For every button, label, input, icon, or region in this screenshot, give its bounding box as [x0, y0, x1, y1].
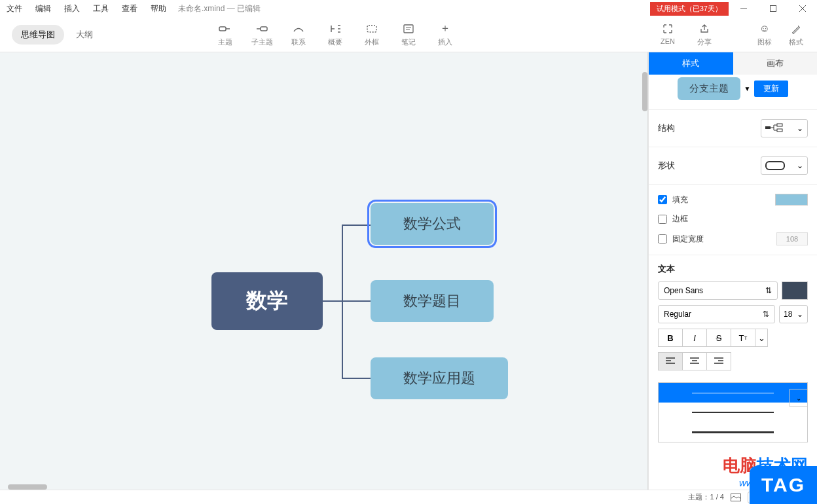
relation-icon [292, 22, 305, 35]
menu-help[interactable]: 帮助 [144, 1, 173, 17]
document-title: 未命名.xmind — 已编辑 [178, 3, 261, 14]
plus-icon: ＋ [440, 22, 450, 35]
share-icon [699, 22, 710, 35]
fill-color-swatch[interactable] [775, 194, 808, 206]
line-style-thick[interactable] [659, 422, 807, 442]
shape-select[interactable]: ⌄ [761, 156, 808, 175]
align-left-button[interactable] [658, 352, 683, 370]
align-right-button[interactable] [706, 352, 731, 370]
vertical-scrollbar[interactable] [642, 72, 647, 111]
svg-rect-2 [219, 27, 226, 31]
menu-edit[interactable]: 编辑 [29, 1, 58, 17]
map-overview-button[interactable] [731, 494, 741, 501]
line-style-dropdown[interactable] [658, 382, 808, 442]
bold-button[interactable]: B [658, 329, 683, 347]
text-case-button[interactable]: TT [731, 329, 755, 347]
summary-icon [329, 22, 342, 35]
border-checkbox[interactable] [658, 215, 667, 224]
tab-style[interactable]: 样式 [649, 52, 733, 75]
svg-rect-6 [765, 126, 771, 129]
fixed-width-checkbox[interactable] [658, 234, 667, 243]
toolbar-right-group: ZEN 分享 [649, 20, 723, 50]
trial-mode-badge[interactable]: 试用模式（已37天） [650, 2, 729, 16]
svg-rect-7 [777, 124, 782, 126]
subtopic-icon [255, 22, 268, 35]
border-label: 边框 [672, 213, 688, 225]
menu-insert[interactable]: 插入 [58, 1, 86, 17]
share-button[interactable]: 分享 [686, 20, 723, 50]
zen-icon [663, 22, 673, 35]
subtopic-button[interactable]: 子主题 [244, 20, 280, 50]
structure-label: 结构 [658, 122, 675, 134]
child-topic-2[interactable]: 数学题目 [371, 280, 494, 322]
side-panel: 样式 画布 分支主题 ▼ 更新 结构 ⌄ 形状 ⌄ 填充 [648, 52, 817, 490]
svg-rect-4 [367, 26, 376, 32]
notes-icon [403, 22, 414, 35]
chevron-down-icon: ⌄ [797, 310, 803, 319]
menu-tools[interactable]: 工具 [86, 1, 115, 17]
view-tabs: 思维导图 大纲 [0, 25, 102, 45]
updown-icon: ⇅ [765, 286, 772, 295]
shape-preview-icon [765, 161, 785, 170]
smiley-icon: ☺ [759, 22, 770, 35]
align-center-button[interactable] [682, 352, 707, 370]
boundary-button[interactable]: 外框 [354, 20, 390, 50]
chevron-down-icon: ⌄ [797, 161, 803, 170]
statusbar: 主题：1 / 4 − + 150% ⌄ [0, 490, 817, 504]
central-topic[interactable]: 数学 [211, 272, 323, 330]
menu-file[interactable]: 文件 [0, 1, 29, 17]
topic-preview-row: 分支主题 ▼ 更新 [649, 75, 817, 109]
zoom-level[interactable]: 150% ⌄ [784, 494, 810, 501]
font-size-select[interactable]: 18⌄ [779, 305, 808, 323]
chevron-down-icon: ⌄ [805, 494, 810, 501]
italic-button[interactable]: I [682, 329, 707, 347]
relation-button[interactable]: 联系 [280, 20, 317, 50]
line-style-thin[interactable] [659, 383, 807, 403]
tab-canvas[interactable]: 画布 [733, 52, 818, 75]
text-section-label: 文本 [649, 255, 817, 279]
update-style-button[interactable]: 更新 [754, 81, 788, 97]
line-style-medium[interactable] [659, 403, 807, 422]
zen-button[interactable]: ZEN [649, 20, 686, 50]
fill-label: 填充 [672, 194, 688, 206]
main-area: 数学 数学公式 数学题目 数学应用题 样式 画布 分支主题 ▼ 更新 结构 ⌄ … [0, 52, 817, 490]
svg-rect-5 [404, 25, 413, 33]
format-icon [791, 22, 801, 35]
structure-icon [765, 123, 784, 134]
minimize-button[interactable] [729, 0, 758, 17]
font-family-select[interactable]: Open Sans⇅ [658, 281, 778, 300]
text-style-group: B I S TT ⌄ [649, 326, 817, 350]
width-input[interactable] [776, 232, 808, 245]
line-more-caret[interactable]: ⌄ [790, 389, 808, 407]
toolbar: 思维导图 大纲 主题 子主题 联系 概要 外框 笔记 ＋ 插入 [0, 17, 817, 52]
topic-button[interactable]: 主题 [207, 20, 244, 50]
chevron-down-icon: ⌄ [797, 124, 803, 133]
strikethrough-button[interactable]: S [706, 329, 731, 347]
child-topic-3[interactable]: 数学应用题 [371, 357, 508, 399]
maximize-button[interactable] [758, 0, 788, 17]
preview-dropdown-caret[interactable]: ▼ [744, 85, 751, 92]
menubar: 文件 编辑 插入 工具 查看 帮助 未命名.xmind — 已编辑 试用模式（已… [0, 0, 817, 17]
zoom-out-button[interactable]: − [748, 492, 759, 503]
canvas[interactable]: 数学 数学公式 数学题目 数学应用题 [0, 52, 648, 490]
menu-view[interactable]: 查看 [115, 1, 144, 17]
font-weight-select[interactable]: Regular⇅ [658, 305, 775, 323]
svg-rect-8 [777, 129, 782, 132]
fill-checkbox[interactable] [658, 195, 667, 204]
horizontal-scrollbar[interactable] [8, 484, 47, 490]
close-button[interactable] [788, 0, 817, 17]
summary-button[interactable]: 概要 [317, 20, 354, 50]
svg-rect-0 [740, 9, 747, 9]
iconlib-button[interactable]: ☺ 图标 [749, 20, 780, 50]
text-color-swatch[interactable] [782, 281, 808, 300]
zoom-in-button[interactable]: + [766, 492, 778, 503]
tab-outline[interactable]: 大纲 [67, 25, 102, 45]
insert-button[interactable]: ＋ 插入 [427, 20, 463, 50]
format-button[interactable]: 格式 [780, 20, 812, 50]
notes-button[interactable]: 笔记 [390, 20, 427, 50]
structure-select[interactable]: ⌄ [761, 119, 808, 137]
text-style-more[interactable]: ⌄ [755, 329, 768, 347]
tab-mindmap[interactable]: 思维导图 [12, 25, 64, 45]
child-topic-1[interactable]: 数学公式 [371, 203, 494, 245]
toolbar-format-group: ☺ 图标 格式 [749, 20, 817, 50]
